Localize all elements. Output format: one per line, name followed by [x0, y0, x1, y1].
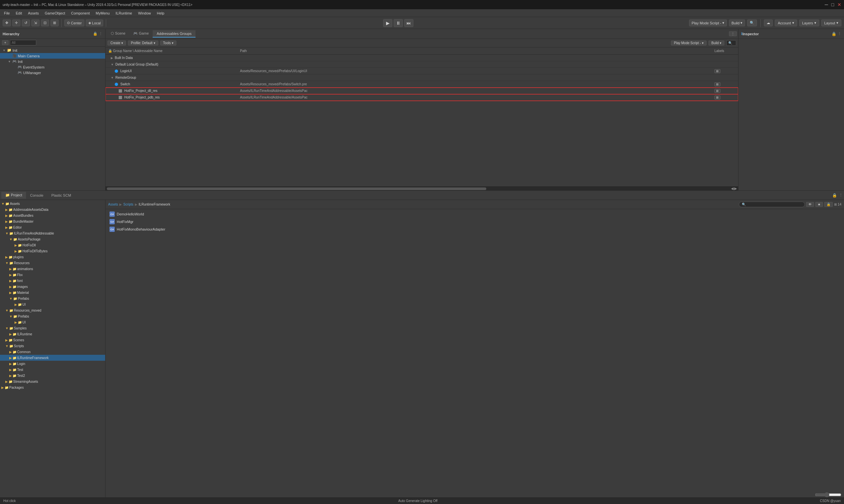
menu-component[interactable]: Component	[68, 11, 92, 16]
cloud-btn[interactable]: ☁	[764, 19, 773, 26]
proj-item-prefabs-ui[interactable]: ▶ 📁 UI	[0, 301, 105, 307]
breadcrumb-scripts[interactable]: Scripts	[123, 203, 134, 206]
proj-item-rm-prefabs[interactable]: ▼ 📁 Prefabs	[0, 313, 105, 319]
proj-item-resources[interactable]: ▼ 📁 Resources	[0, 260, 105, 266]
tool-move[interactable]: ✛	[12, 19, 20, 26]
tab-console[interactable]: Console	[26, 192, 47, 199]
breadcrumb-ilframework[interactable]: ILRuntimeFramework	[139, 203, 170, 206]
hierarchy-item-init-root[interactable]: ▼ 📁 Init	[0, 48, 105, 53]
inspector-lock-icon[interactable]: 🔒	[831, 32, 837, 36]
proj-item-assets[interactable]: ▼ 📁 Assets	[0, 201, 105, 206]
file-row-hotfixmono[interactable]: C# HotFixMonoBehaviourAdapter	[108, 226, 841, 233]
addr-row-hotfix-pdb[interactable]: HotFix_Project_pdb_res Assets/ILRunTimeA…	[105, 94, 738, 101]
proj-item-scenes[interactable]: ▶ 📁 Scenes	[0, 337, 105, 343]
menu-file[interactable]: File	[1, 11, 13, 16]
proj-item-assetspkg[interactable]: ▼ 📁 AssetsPackage	[0, 236, 105, 242]
scrollbar-thumb[interactable]	[107, 187, 486, 190]
layout-btn[interactable]: Layout ▾	[821, 19, 841, 26]
proj-item-scripts[interactable]: ▼ 📁 Scripts	[0, 343, 105, 349]
search-quick-btn[interactable]: 🔍	[747, 19, 757, 26]
menu-help[interactable]: Help	[154, 11, 167, 16]
proj-item-bundlemaster[interactable]: ▶ 📁 BundleMaster	[0, 218, 105, 224]
bottom-options-icon[interactable]: ⋮	[839, 193, 843, 197]
horizontal-scrollbar[interactable]: ◀ ▶	[105, 186, 738, 191]
tool-scale[interactable]: ⇲	[31, 19, 39, 26]
proj-item-hotfixdlltobytes[interactable]: ▶ 📁 HotFixDllToBytes	[0, 248, 105, 254]
addr-row-builtin[interactable]: ▶ Built In Data	[105, 55, 738, 61]
close-btn[interactable]: ✕	[838, 2, 841, 7]
proj-item-login[interactable]: ▶ 📁 Login	[0, 361, 105, 367]
addr-row-switch[interactable]: Switch Assets/Resources_moved/Prefabs/Sw…	[105, 81, 738, 88]
files-eye-btn[interactable]: 👁	[806, 202, 814, 207]
breadcrumb-assets[interactable]: Assets	[108, 203, 118, 206]
proj-item-rm-ui[interactable]: ▶ 📁 UI	[0, 319, 105, 325]
proj-item-plugins[interactable]: ▶ 📁 plugins	[0, 254, 105, 260]
step-btn[interactable]: ⏭	[404, 19, 413, 27]
build-btn[interactable]: Build ▾	[729, 19, 745, 26]
layers-btn[interactable]: Layers ▾	[799, 19, 819, 26]
proj-item-samples-ilruntime[interactable]: ▶ 📁 ILRuntime	[0, 331, 105, 337]
hierarchy-item-init[interactable]: ▼ 🎮 Init	[0, 59, 105, 64]
proj-item-addressable[interactable]: ▶ 📁 AddressableAssetsData	[0, 206, 105, 213]
center-btn[interactable]: ⊙ Center	[64, 19, 84, 26]
bottom-lock-icon[interactable]: 🔒	[832, 193, 837, 198]
menu-edit[interactable]: Edit	[13, 11, 25, 16]
proj-item-assetbundles[interactable]: ▶ 📁 AssetBundles	[0, 213, 105, 218]
maximize-btn[interactable]: □	[831, 2, 834, 7]
zoom-slider[interactable]	[815, 492, 841, 498]
proj-item-animations[interactable]: ▶ 📁 animations	[0, 266, 105, 272]
files-search-input[interactable]	[739, 202, 805, 207]
play-btn[interactable]: ▶	[383, 19, 392, 27]
proj-item-samples[interactable]: ▼ 📁 Samples	[0, 325, 105, 331]
proj-item-common[interactable]: ▶ 📁 Common	[0, 349, 105, 355]
proj-item-editor[interactable]: ▶ 📁 Editor	[0, 224, 105, 230]
menu-assets[interactable]: Assets	[25, 11, 41, 16]
menu-mymenu[interactable]: MyMenu	[93, 11, 112, 16]
file-row-hotfixmgr[interactable]: C# HotFixMgr	[108, 218, 841, 225]
proj-item-packages[interactable]: ▶ 📁 Packages	[0, 384, 105, 390]
tab-scene[interactable]: ⬡ Scene	[107, 30, 129, 38]
hierarchy-options-icon[interactable]: ⋮	[99, 32, 103, 36]
addr-play-mode-btn[interactable]: Play Mode Script - ▾	[671, 40, 707, 46]
addr-profile-btn[interactable]: Profile: Default ▾	[128, 40, 158, 46]
addr-row-loginui[interactable]: LoginUI Assets/Resources_moved/Prefabs/U…	[105, 68, 738, 74]
tool-hand[interactable]: ✥	[3, 19, 11, 26]
hierarchy-item-uimanager[interactable]: ▶ 🎮 UIManager	[0, 70, 105, 75]
hierarchy-search[interactable]	[10, 40, 36, 46]
proj-item-ilruntime[interactable]: ▼ 📁 ILRunTimeAndAddressable	[0, 230, 105, 236]
files-lock-btn[interactable]: 🔒	[824, 202, 833, 207]
tool-transform[interactable]: ⊞	[50, 19, 59, 26]
addr-row-default[interactable]: ▼ Default Local Group (Default)	[105, 61, 738, 68]
tab-project[interactable]: 📁 Project	[1, 192, 26, 199]
minimize-btn[interactable]: ─	[825, 2, 828, 7]
addr-row-hotfix-dll[interactable]: HotFix_Project_dll_res Assets/ILRunTimeA…	[105, 88, 738, 94]
tool-rect[interactable]: ⊡	[41, 19, 49, 26]
play-mode-script-btn[interactable]: Play Mode Script - ▾	[689, 19, 727, 26]
proj-item-ilruntimeframework[interactable]: ▶ 📁 ILRuntimeFramework	[0, 355, 105, 361]
addr-row-remotegroup[interactable]: ▼ RemoteGroup	[105, 74, 738, 81]
menu-gameobject[interactable]: GameObject	[42, 11, 68, 16]
content-options-btn[interactable]: ⋮	[729, 31, 737, 36]
proj-item-fbx[interactable]: ▶ 📁 Fbx	[0, 272, 105, 278]
pause-btn[interactable]: ⏸	[394, 19, 403, 27]
proj-item-test2[interactable]: ▶ 📁 Test2	[0, 373, 105, 378]
hierarchy-add-btn[interactable]: +	[2, 40, 8, 45]
addr-search-input[interactable]	[726, 40, 736, 46]
addr-tools-btn[interactable]: Tools ▾	[160, 40, 176, 46]
proj-item-prefabs[interactable]: ▼ 📁 Prefabs	[0, 295, 105, 301]
proj-item-streaming[interactable]: ▶ 📁 StreamingAssets	[0, 378, 105, 384]
tool-rotate[interactable]: ↺	[22, 19, 30, 26]
tab-addressables[interactable]: Addressables Groups	[153, 30, 195, 38]
addr-build-btn[interactable]: Build ▾	[708, 40, 724, 46]
menu-window[interactable]: Window	[136, 11, 154, 16]
inspector-options-icon[interactable]: ⋮	[838, 32, 841, 36]
account-btn[interactable]: Account ▾	[775, 19, 797, 26]
proj-item-material[interactable]: ▶ 📁 Material	[0, 290, 105, 295]
hierarchy-item-main-camera[interactable]: ▶ 🎥 Main Camera	[0, 53, 105, 59]
file-row-demohelloworld[interactable]: C# DemoHelloWorld	[108, 211, 841, 218]
proj-item-resources-moved[interactable]: ▼ 📁 Resources_moved	[0, 307, 105, 313]
hierarchy-item-eventsystem[interactable]: ▶ 🎮 EventSystem	[0, 64, 105, 70]
proj-item-test[interactable]: ▶ 📁 Test	[0, 367, 105, 373]
proj-item-font[interactable]: ▶ 📁 font	[0, 278, 105, 284]
hierarchy-lock-icon[interactable]: 🔒	[93, 32, 98, 36]
